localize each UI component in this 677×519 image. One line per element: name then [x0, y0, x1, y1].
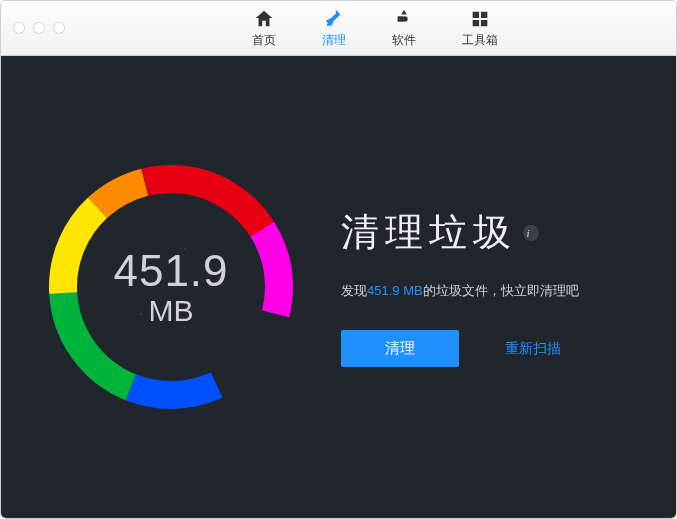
- close-icon[interactable]: [13, 22, 25, 34]
- window-controls: [13, 22, 65, 34]
- gauge-area: 451.9 MB: [1, 56, 341, 518]
- heading-text: 清理垃圾: [341, 207, 517, 258]
- sub-size: 451.9 MB: [367, 283, 423, 298]
- nav-label: 首页: [252, 32, 276, 49]
- nav-toolbox[interactable]: 工具箱: [462, 8, 498, 49]
- gauge-value: 451.9: [113, 246, 228, 296]
- info-panel: 清理垃圾 i 发现451.9 MB的垃圾文件，快立即清理吧 清理 重新扫描: [341, 207, 676, 367]
- sub-prefix: 发现: [341, 283, 367, 298]
- gauge-unit: MB: [149, 294, 194, 328]
- nav-clean[interactable]: 清理: [322, 8, 346, 49]
- apps-icon: [393, 8, 415, 30]
- sub-suffix: 的垃圾文件，快立即清理吧: [423, 283, 579, 298]
- nav-label: 清理: [322, 32, 346, 49]
- main-content: 451.9 MB 清理垃圾 i 发现451.9 MB的垃圾文件，快立即清理吧 清…: [1, 56, 676, 518]
- broom-icon: [323, 8, 345, 30]
- gauge-center: 451.9 MB: [41, 157, 301, 417]
- rescan-link[interactable]: 重新扫描: [505, 340, 561, 358]
- home-icon: [253, 8, 275, 30]
- top-nav: 首页 清理 软件 工具箱: [85, 8, 664, 49]
- nav-software[interactable]: 软件: [392, 8, 416, 49]
- nav-label: 软件: [392, 32, 416, 49]
- grid-icon: [469, 8, 491, 30]
- nav-home[interactable]: 首页: [252, 8, 276, 49]
- zoom-icon[interactable]: [53, 22, 65, 34]
- titlebar: 首页 清理 软件 工具箱: [1, 1, 676, 56]
- action-row: 清理 重新扫描: [341, 330, 636, 367]
- minimize-icon[interactable]: [33, 22, 45, 34]
- status-text: 发现451.9 MB的垃圾文件，快立即清理吧: [341, 282, 636, 300]
- clean-button[interactable]: 清理: [341, 330, 459, 367]
- page-heading: 清理垃圾 i: [341, 207, 636, 258]
- app-window: 首页 清理 软件 工具箱: [0, 0, 677, 519]
- usage-gauge: 451.9 MB: [41, 157, 301, 417]
- info-icon[interactable]: i: [523, 225, 539, 241]
- nav-label: 工具箱: [462, 32, 498, 49]
